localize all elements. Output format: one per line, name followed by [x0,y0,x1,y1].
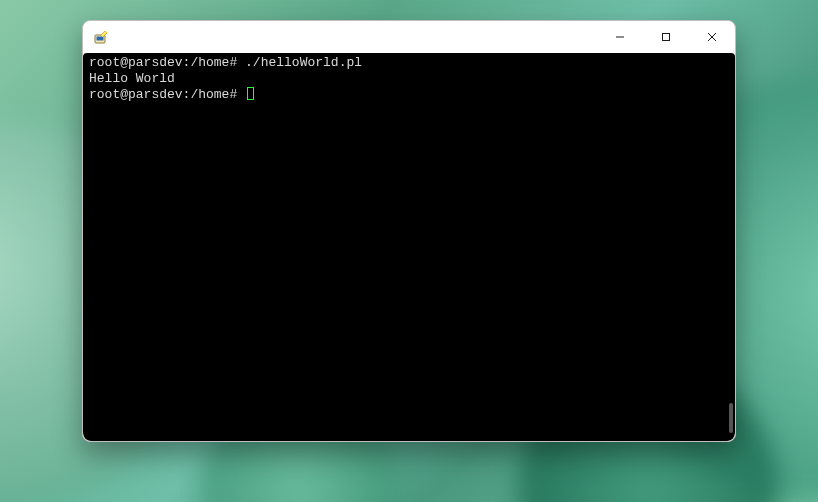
minimize-icon [615,32,625,42]
svg-rect-4 [663,34,670,41]
window-controls [597,21,735,53]
svg-point-2 [105,31,107,33]
shell-output: Hello World [89,71,175,86]
maximize-icon [661,32,671,42]
close-button[interactable] [689,21,735,53]
minimize-button[interactable] [597,21,643,53]
cursor [247,87,254,100]
scrollbar-thumb[interactable] [729,403,733,433]
terminal-line: Hello World [89,71,721,87]
terminal-content: root@parsdev:/home# ./helloWorld.pl Hell… [85,53,725,439]
terminal-line: root@parsdev:/home# [89,87,721,103]
maximize-button[interactable] [643,21,689,53]
svg-rect-1 [97,37,104,41]
terminal-viewport[interactable]: root@parsdev:/home# ./helloWorld.pl Hell… [83,53,735,441]
titlebar[interactable] [83,21,735,53]
shell-prompt: root@parsdev:/home# [89,55,237,70]
putty-icon [93,29,109,45]
shell-command: ./helloWorld.pl [237,55,362,70]
shell-prompt: root@parsdev:/home# [89,87,237,102]
terminal-line: root@parsdev:/home# ./helloWorld.pl [89,55,721,71]
close-icon [707,32,717,42]
terminal-window: root@parsdev:/home# ./helloWorld.pl Hell… [82,20,736,442]
